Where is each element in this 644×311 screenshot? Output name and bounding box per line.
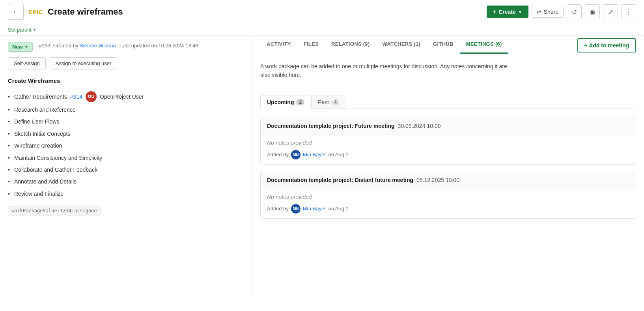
meeting-card-body: No notes providedAdded byMBMia Bayeron A… (261, 189, 636, 218)
meta-info: #193: Created by Simone Wibeau . Last up… (39, 42, 200, 50)
meeting-date: 05.12.2025 10:00 (415, 177, 459, 183)
create-caret-icon: ▼ (518, 10, 522, 14)
meta-prefix: #193: Created by (39, 43, 78, 49)
status-badge[interactable]: New ▼ (8, 42, 33, 52)
right-panel: ACTIVITYFILESRELATIONS (9)WATCHERS (1)GI… (252, 36, 644, 299)
tab-watchers--1-[interactable]: WATCHERS (1) (376, 36, 427, 54)
assignee-name: OpenProject User (100, 92, 144, 101)
added-by-name: Mia Bayer (303, 206, 326, 212)
tab-github[interactable]: GITHUB (427, 36, 460, 54)
task-text: Annotate and Add Details (14, 177, 77, 186)
assign-executing-user-button[interactable]: Assign to executing user (50, 57, 118, 69)
added-by-row: Added byMBMia Bayeron Aug 1 (267, 204, 629, 214)
main-layout: New ▼ #193: Created by Simone Wibeau . L… (0, 36, 644, 299)
expand-icon: ⤢ (608, 8, 613, 16)
tab-meetings--6-[interactable]: MEETINGS (6) (460, 36, 508, 54)
avatar: MB (291, 150, 301, 159)
task-link[interactable]: #314 (70, 92, 82, 101)
expand-button[interactable]: ⤢ (603, 4, 618, 19)
top-bar-right: + Create ▼ ⇄ Share ↺ ◉ ⤢ ⋮ (487, 4, 636, 19)
create-button-label: Create (498, 9, 516, 15)
top-bar: ← EPIC Create wireframes + Create ▼ ⇄ Sh… (0, 0, 644, 24)
task-list-item: Sketch Initial Concepts (8, 128, 244, 140)
sub-tab-count: 2 (296, 99, 304, 105)
task-list-item: Review and Finalize (8, 188, 244, 200)
added-on-date: on Aug 1 (328, 206, 348, 212)
tab-activity[interactable]: ACTIVITY (260, 36, 297, 54)
meta-suffix: . Last updated on 10.06.2024 13:48. (117, 43, 200, 49)
meeting-notes: No notes provided (267, 194, 629, 200)
task-text: Review and Finalize (14, 189, 63, 198)
meeting-notes: No notes provided (267, 140, 629, 146)
share-button[interactable]: ⇄ Share (532, 6, 564, 18)
back-button[interactable]: ← (8, 4, 24, 20)
added-by-label: Added by (267, 152, 289, 157)
meeting-card-header: Documentation template project: Distant … (261, 171, 636, 189)
code-block: workPackageValue:1234:assignee (8, 206, 101, 215)
added-by-label: Added by (267, 206, 289, 212)
meeting-title: Documentation template project: Future m… (267, 123, 395, 129)
task-text: Collaborate and Gather Feedback (14, 165, 97, 174)
more-button[interactable]: ⋮ (621, 4, 636, 19)
task-list-item: Define User Flows (8, 116, 244, 127)
meeting-title: Documentation template project: Distant … (267, 177, 413, 183)
more-icon: ⋮ (625, 8, 632, 16)
status-caret-icon: ▼ (24, 45, 28, 49)
task-text: Define User Flows (14, 117, 59, 126)
added-by-row: Added byMBMia Bayeron Aug 1 (267, 150, 629, 159)
task-list-item: Maintain Consistency and Simplicity (8, 152, 244, 164)
task-text: Wireframe Creation (14, 141, 62, 150)
refresh-button[interactable]: ↺ (567, 4, 582, 19)
eye-icon: ◉ (590, 8, 595, 16)
task-text: Research and Reference (14, 105, 76, 114)
meeting-card: Documentation template project: Distant … (260, 171, 636, 219)
sub-tab-count: 4 (331, 99, 340, 105)
left-panel: New ▼ #193: Created by Simone Wibeau . L… (0, 36, 252, 299)
set-parent-bar: Set parent + (0, 24, 644, 36)
meetings-description: A work package can be added to one or mu… (260, 62, 513, 80)
tab-relations--9-[interactable]: RELATIONS (9) (325, 36, 376, 54)
status-badge-label: New (12, 44, 23, 50)
avatar: OU (86, 91, 97, 102)
sub-tab-upcoming[interactable]: Upcoming2 (260, 96, 311, 109)
meeting-card-body: No notes providedAdded byMBMia Bayeron A… (261, 135, 636, 164)
share-button-label: Share (544, 9, 558, 15)
top-bar-left: ← EPIC Create wireframes (8, 4, 123, 20)
back-icon: ← (13, 8, 19, 15)
meeting-cards: Documentation template project: Future m… (260, 117, 636, 219)
action-buttons: Self-Assign Assign to executing user (8, 57, 244, 69)
avatar: MB (291, 204, 301, 214)
task-text: Gather Requirements (14, 92, 67, 101)
task-list-item: Wireframe Creation (8, 140, 244, 152)
task-text: Maintain Consistency and Simplicity (14, 154, 102, 162)
refresh-icon: ↺ (572, 8, 577, 16)
meeting-card: Documentation template project: Future m… (260, 117, 636, 165)
created-by-link[interactable]: Simone Wibeau (80, 43, 116, 49)
share-icon: ⇄ (537, 9, 541, 15)
plus-icon: + (493, 9, 496, 15)
meetings-content: A work package can be added to one or mu… (252, 54, 644, 233)
task-list-item: Collaborate and Gather Feedback (8, 164, 244, 176)
create-button[interactable]: + Create ▼ (487, 6, 528, 18)
added-by-name: Mia Bayer (303, 152, 326, 157)
added-on-date: on Aug 1 (328, 152, 348, 157)
task-list-item: Annotate and Add Details (8, 176, 244, 187)
page-title: Create wireframes (48, 7, 123, 17)
task-list: Gather Requirements#314OUOpenProject Use… (8, 90, 244, 200)
sub-tab-label: Past (318, 99, 329, 105)
sub-tab-past[interactable]: Past4 (311, 96, 346, 109)
task-text: Sketch Initial Concepts (14, 129, 70, 138)
eye-button[interactable]: ◉ (585, 4, 600, 19)
set-parent-link[interactable]: Set parent + (8, 27, 36, 33)
task-list-item: Gather Requirements#314OUOpenProject Use… (8, 90, 244, 104)
tab-files[interactable]: FILES (297, 36, 325, 54)
add-to-meeting-button[interactable]: + Add to meeting (577, 38, 636, 52)
task-list-item: Research and Reference (8, 104, 244, 116)
sub-tabs-bar: Upcoming2Past4 (260, 96, 636, 109)
section-title: Create Wireframes (8, 77, 244, 84)
self-assign-button[interactable]: Self-Assign (8, 57, 46, 69)
epic-badge: EPIC (28, 9, 43, 15)
status-row: New ▼ #193: Created by Simone Wibeau . L… (8, 42, 244, 52)
meeting-card-header: Documentation template project: Future m… (261, 117, 636, 135)
desc-add-row: A work package can be added to one or mu… (260, 62, 636, 88)
